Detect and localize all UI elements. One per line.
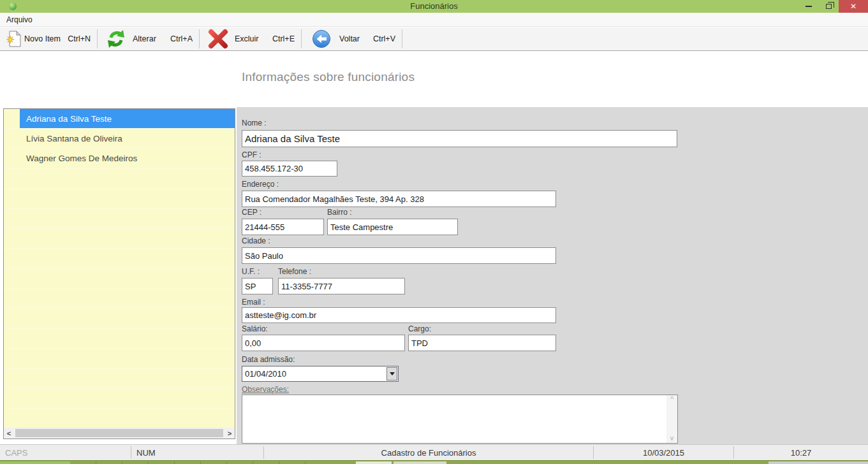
toolbar-separator — [301, 29, 302, 48]
endereco-input[interactable] — [242, 191, 556, 207]
email-label: Email : — [242, 298, 265, 307]
bairro-input[interactable] — [327, 219, 458, 235]
scroll-right-icon[interactable]: > — [224, 430, 235, 437]
cpf-input[interactable] — [242, 161, 337, 177]
new-item-label: Novo Item — [24, 34, 61, 43]
list-item-label — [20, 269, 235, 288]
list-item-label — [20, 289, 235, 308]
list-item[interactable] — [4, 409, 235, 428]
salario-input[interactable] — [242, 335, 405, 351]
scroll-up-icon[interactable]: ^ — [670, 395, 673, 404]
delete-x-icon — [202, 28, 235, 50]
new-item-icon — [3, 31, 24, 47]
alterar-label: Alterar — [133, 34, 156, 43]
employee-list-rows: Adriana da Silva TesteLívia Santana de O… — [4, 109, 235, 428]
uf-input[interactable] — [242, 278, 273, 294]
list-item-label — [20, 169, 235, 188]
title-bar: Funcionários ✕ — [0, 0, 868, 13]
voltar-label: Voltar — [339, 34, 360, 43]
list-item[interactable] — [4, 189, 235, 209]
bairro-label: Bairro : — [327, 208, 352, 217]
taskbar-segment — [769, 461, 868, 464]
app-window: Funcionários ✕ Arquivo Novo Item Ctrl+N — [0, 0, 868, 464]
restore-button[interactable] — [819, 0, 838, 13]
status-caps: CAPS — [0, 445, 131, 460]
list-item-label — [20, 409, 235, 428]
status-num: NUM — [131, 445, 263, 460]
list-item[interactable] — [4, 169, 235, 189]
new-item-button[interactable]: Novo Item Ctrl+N — [3, 28, 96, 50]
menu-bar: Arquivo — [0, 13, 868, 27]
list-item[interactable] — [4, 349, 235, 369]
observacoes-field: ^ v — [242, 395, 678, 444]
alterar-button[interactable]: Alterar Ctrl+A — [99, 28, 198, 50]
list-item[interactable] — [4, 249, 235, 269]
list-item-label: Adriana da Silva Teste — [20, 109, 235, 128]
excluir-button[interactable]: Excluir Ctrl+E — [202, 28, 300, 50]
horizontal-scrollbar[interactable]: < > — [4, 428, 235, 439]
list-item[interactable]: Wagner Gomes De Medeiros — [4, 149, 235, 169]
scroll-left-icon[interactable]: < — [4, 430, 14, 437]
uf-label: U.F. : — [242, 267, 260, 276]
taskbar-segment — [0, 461, 70, 464]
refresh-icon — [99, 28, 133, 50]
minimize-button[interactable] — [799, 0, 818, 13]
new-item-shortcut: Ctrl+N — [68, 34, 96, 43]
restore-icon — [826, 4, 832, 9]
scroll-down-icon[interactable]: v — [670, 434, 673, 443]
list-item[interactable]: Lívia Santana de Oliveira — [4, 129, 235, 149]
list-item[interactable] — [4, 329, 235, 349]
status-date: 10/03/2015 — [594, 445, 733, 460]
toolbar-separator — [402, 29, 402, 48]
nome-input[interactable] — [242, 130, 677, 147]
list-item-label: Lívia Santana de Oliveira — [20, 129, 235, 148]
voltar-button[interactable]: Voltar Ctrl+V — [304, 28, 401, 50]
list-item[interactable] — [4, 269, 235, 289]
telefone-input[interactable] — [278, 278, 405, 294]
cpf-label: CPF : — [242, 150, 261, 159]
list-item-label — [20, 369, 235, 388]
cep-input[interactable] — [242, 219, 324, 235]
data-admissao-input[interactable] — [242, 366, 386, 381]
toolbar-separator — [97, 29, 98, 48]
cep-label: CEP : — [242, 208, 261, 217]
chevron-down-icon — [390, 372, 395, 375]
cidade-label: Cidade : — [242, 236, 270, 245]
menu-item-arquivo[interactable]: Arquivo — [0, 13, 39, 26]
observacoes-label: Observações: — [242, 385, 289, 394]
scrollbar-thumb[interactable] — [15, 429, 223, 437]
list-item-label — [20, 309, 235, 328]
list-item[interactable] — [4, 209, 235, 229]
status-bar: CAPS NUM Cadastro de Funcionários 10/03/… — [0, 444, 868, 460]
combobox-dropdown-button[interactable] — [386, 367, 397, 381]
window-title: Funcionários — [0, 1, 868, 11]
list-item-label — [20, 229, 235, 248]
form-panel — [237, 107, 868, 444]
alterar-shortcut: Ctrl+A — [170, 34, 198, 43]
list-item-label — [20, 349, 235, 368]
observacoes-textarea[interactable] — [242, 395, 666, 443]
cidade-input[interactable] — [242, 247, 556, 264]
voltar-shortcut: Ctrl+V — [373, 34, 401, 43]
excluir-label: Excluir — [235, 34, 259, 43]
status-time: 10:27 — [734, 445, 868, 460]
close-button[interactable]: ✕ — [839, 0, 868, 13]
page-title: Informações sobre funcionários — [242, 70, 415, 84]
list-item[interactable] — [4, 389, 235, 409]
data-admissao-label: Data admissão: — [242, 355, 295, 364]
close-icon: ✕ — [850, 3, 857, 10]
email-input[interactable] — [242, 307, 556, 323]
list-item-label: Wagner Gomes De Medeiros — [20, 149, 235, 168]
list-item[interactable]: Adriana da Silva Teste — [4, 109, 235, 129]
salario-label: Salário: — [242, 324, 268, 333]
status-title: Cadastro de Funcionários — [264, 445, 593, 460]
taskbar-strip — [0, 460, 868, 464]
list-item[interactable] — [4, 309, 235, 329]
list-item[interactable] — [4, 289, 235, 309]
list-item[interactable] — [4, 369, 235, 389]
cargo-label: Cargo: — [408, 324, 431, 333]
data-admissao-combobox[interactable] — [242, 366, 399, 382]
cargo-input[interactable] — [408, 335, 556, 351]
vertical-scrollbar[interactable]: ^ v — [666, 395, 677, 443]
list-item[interactable] — [4, 229, 235, 249]
